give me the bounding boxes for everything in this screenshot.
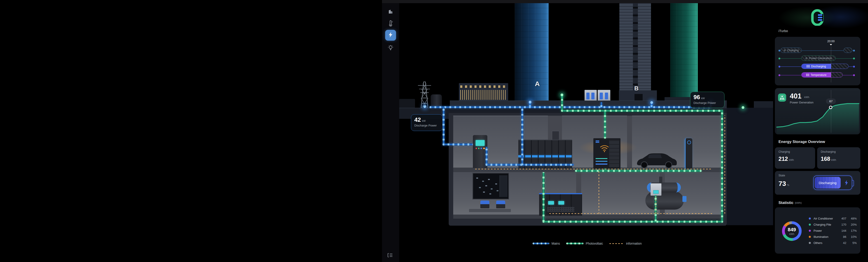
timeline-handle-dot[interactable]: [853, 66, 855, 68]
sidebar-item-temperature[interactable]: [385, 19, 396, 29]
stat-item-value: 170: [837, 223, 846, 226]
stat-item-percent: 10%: [846, 235, 857, 238]
statistic-title: Statistic: [778, 201, 794, 205]
timeline-handle-dot[interactable]: [778, 50, 780, 52]
mains-glow-riser: [521, 107, 523, 165]
legend-color-dot: [809, 230, 811, 232]
iturbo-logo-icon: [811, 9, 825, 27]
timeline-handle-dot[interactable]: [853, 50, 855, 52]
building-b-base: [619, 90, 657, 101]
dark-structure-left: [399, 99, 415, 108]
timeline-range-label: Temperature: [811, 73, 827, 76]
callout-value: 42: [414, 116, 421, 123]
podium-lit-windows-main: [460, 90, 507, 100]
statistic-unit-note: (kWh): [795, 201, 802, 204]
timeline-range-charging[interactable]: ⊘Charging: [780, 48, 802, 53]
bulb-icon: [388, 45, 394, 52]
discharging-unit: kWh: [831, 159, 836, 161]
legend-item-information: information: [610, 242, 642, 245]
stat-item-value: 86: [837, 235, 846, 238]
pv-building-a-drop: [561, 94, 563, 111]
timeline-handle-dot[interactable]: [853, 74, 855, 76]
stat-legend-row: Others 42 5%: [809, 240, 857, 246]
energy-scene: A B 42kW Discharge Power 96kW Discharge …: [399, 3, 773, 262]
small-building-right: [754, 101, 773, 108]
statistic-legend: Air Conditioner 407 48% Charging Pile 17…: [809, 216, 857, 246]
control-desk: [469, 209, 511, 212]
stat-legend-row: Charging Pile 170 20%: [809, 222, 857, 228]
power-generation-unit: kWh: [804, 96, 809, 98]
stat-item-percent: 5%: [846, 241, 857, 244]
stat-item-label: Charging Pile: [813, 223, 837, 226]
stat-item-label: Air Conditioner: [813, 217, 837, 220]
cabinet-screen: [558, 201, 564, 205]
statistic-total-value: 849: [788, 227, 796, 233]
timeline-range-power-generation[interactable]: ⊘Power Generation: [801, 56, 836, 61]
pv-right-loop-down: [721, 110, 723, 223]
sidebar-item-illumination[interactable]: [385, 43, 396, 54]
legend-label: Mains: [552, 242, 560, 245]
stat-item-percent: 48%: [846, 217, 857, 220]
timeline-row-charging: ⊘Charging: [778, 48, 855, 54]
legend-item-photovoltaic: Photovoltaic: [566, 242, 603, 245]
substation-door: [586, 93, 590, 99]
timeline-range-label: Power Generation: [809, 57, 832, 60]
sidebar-collapse-button[interactable]: [387, 253, 393, 259]
timeline-row-discharging: Discharging: [778, 64, 855, 70]
sidebar-item-energy[interactable]: [385, 30, 396, 41]
basement2-floor-slab: [453, 215, 721, 219]
cabinet-switch-grid: [547, 207, 575, 212]
junction-glow-blue: [650, 101, 653, 104]
pv-bottom-run: [542, 221, 722, 223]
control-room-monitor: [472, 173, 509, 199]
timeline-row-temperature: Temperature: [778, 72, 855, 78]
hatch-pattern: [844, 48, 852, 53]
timeline-track-line: [780, 58, 801, 59]
pv-trunk: [561, 110, 723, 112]
substation-door: [591, 93, 594, 99]
timeline-range-discharging[interactable]: Discharging: [801, 64, 848, 69]
building-b-door: [634, 94, 643, 101]
discharge-callout-pv: 96kW Discharge Power: [690, 92, 724, 108]
timeline-row-power-generation: ⊘Power Generation: [778, 56, 855, 61]
building-a-label: A: [535, 80, 540, 88]
pv-b1-floor-run: [575, 170, 702, 172]
charging-card: Charging 212 kWh: [775, 147, 815, 169]
stat-item-percent: 20%: [846, 223, 857, 226]
battery-terminal: [852, 180, 854, 186]
smart-cabinet: [593, 138, 620, 169]
junction-glow-green: [742, 106, 744, 109]
collapse-icon: [387, 255, 393, 259]
legend-label: Photovoltaic: [586, 242, 603, 245]
cabinet-buttons: [475, 148, 485, 149]
power-generation-value: 401: [790, 92, 802, 100]
time-marker-line[interactable]: [831, 46, 831, 83]
right-panel: iTurbo 20:00 ⊘Charging ⊘Power Generation…: [773, 0, 868, 262]
junction-glow-blue: [423, 105, 426, 108]
timeline-handle-dot[interactable]: [853, 58, 855, 59]
callout-label: Discharge Power: [693, 101, 721, 105]
timeline-range-extra[interactable]: [844, 48, 852, 53]
sidebar-item-buildings[interactable]: [385, 7, 396, 18]
lightning-icon: [844, 180, 848, 187]
mains-riser: [600, 102, 602, 107]
ev-charger: [685, 138, 692, 169]
info-right-loop: [724, 115, 725, 214]
timeline-handle-dot[interactable]: [778, 66, 780, 68]
timeline-handle-dot[interactable]: [778, 58, 780, 59]
info-b2-floor-line: [549, 213, 712, 214]
substation-unit-1: [585, 90, 597, 101]
callout-unit: kW: [422, 120, 426, 122]
line-legend: Mains Photovoltaic information: [532, 242, 642, 245]
pv-b2-riser: [542, 172, 545, 222]
ev-charger-ring: [687, 140, 691, 144]
donut-center: 849 kWh: [781, 220, 803, 242]
electric-car: [635, 150, 678, 170]
statistic-total-unit: kWh: [789, 233, 794, 235]
energy-storage-title: Energy Storage Overview: [778, 139, 825, 144]
soil-right: [727, 108, 773, 225]
mains-street-trunk: [430, 106, 711, 108]
legend-label: information: [626, 242, 642, 245]
timeline-handle-dot[interactable]: [778, 74, 780, 76]
timeline-range-temperature[interactable]: Temperature: [801, 72, 843, 77]
